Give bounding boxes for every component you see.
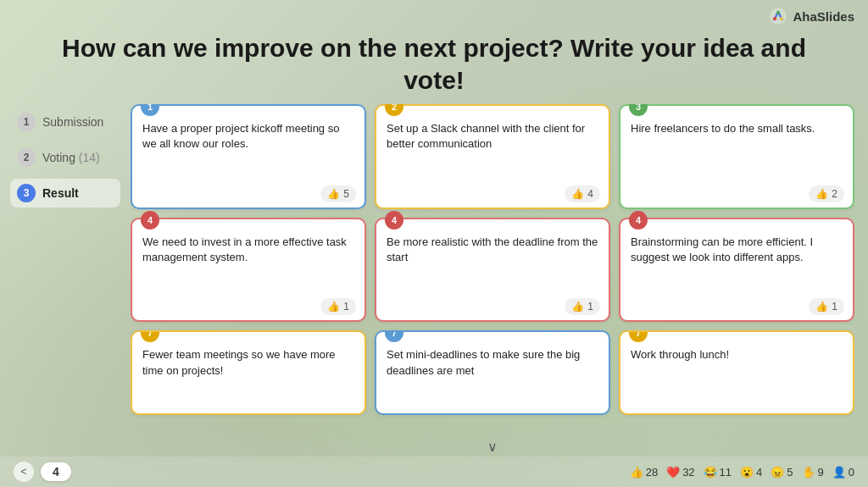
svg-point-2 bbox=[780, 17, 783, 20]
card-footer-5: 👍 1 bbox=[376, 295, 609, 320]
raise-count: 9 bbox=[818, 466, 824, 479]
svg-point-0 bbox=[770, 8, 787, 25]
logo-text: AhaSlides bbox=[793, 9, 854, 24]
cards-area: 1 Have a proper project kickoff meeting … bbox=[131, 104, 854, 457]
page-indicator: < 4 bbox=[14, 462, 71, 482]
vote-badge-5: 👍 1 bbox=[565, 298, 600, 315]
card-text-4: We need to invest in a more effective ta… bbox=[132, 219, 364, 296]
thumbsup-emoji: 👍 bbox=[630, 466, 643, 479]
card-3: 3 Hire freelancers to do the small tasks… bbox=[619, 104, 854, 209]
vote-count-4: 1 bbox=[343, 301, 349, 313]
sidebar-label-1: Submission bbox=[42, 115, 103, 129]
sidebar-item-result[interactable]: 3 Result bbox=[10, 179, 120, 208]
card-8: 7 Set mini-deadlines to make sure the bi… bbox=[375, 330, 610, 415]
thumb-icon-1: 👍 bbox=[327, 188, 340, 200]
card-footer-4: 👍 1 bbox=[132, 295, 364, 320]
sidebar-label-3: Result bbox=[42, 186, 79, 200]
heart-emoji: ❤️ bbox=[666, 466, 680, 479]
card-7: 7 Fewer team meetings so we have more ti… bbox=[131, 330, 366, 415]
reaction-raise: ✋ 9 bbox=[802, 466, 824, 479]
prev-arrow-icon: < bbox=[20, 466, 26, 478]
sidebar-num-1: 1 bbox=[17, 113, 36, 131]
reaction-person: 👤 0 bbox=[832, 466, 854, 479]
card-footer-2: 👍 4 bbox=[376, 182, 609, 208]
sidebar: 1 Submission 2 Voting (14) 3 Result bbox=[10, 104, 120, 457]
wow-count: 4 bbox=[756, 466, 762, 479]
reactions-bar: 👍 28 ❤️ 32 😂 11 😮 4 😠 5 ✋ 9 bbox=[630, 466, 854, 479]
sidebar-item-submission[interactable]: 1 Submission bbox=[10, 108, 120, 136]
card-rank-4a: 4 bbox=[141, 211, 159, 230]
card-rank-4c: 4 bbox=[629, 211, 648, 230]
thumb-icon-5: 👍 bbox=[571, 301, 584, 313]
raise-emoji: ✋ bbox=[802, 466, 815, 479]
angry-count: 5 bbox=[787, 466, 793, 479]
card-2: 2 Set up a Slack channel with the client… bbox=[375, 104, 610, 209]
vote-badge-6: 👍 1 bbox=[809, 298, 844, 315]
vote-badge-2: 👍 4 bbox=[565, 185, 600, 202]
thumbsup-count: 28 bbox=[646, 466, 658, 479]
person-emoji: 👤 bbox=[832, 466, 846, 479]
reaction-wow: 😮 4 bbox=[740, 466, 762, 479]
reaction-laugh: 😂 11 bbox=[704, 466, 732, 479]
card-text-9: Work through lunch! bbox=[620, 332, 853, 413]
thumb-icon-6: 👍 bbox=[815, 301, 828, 313]
main-content: 1 Submission 2 Voting (14) 3 Result 1 Ha… bbox=[0, 104, 868, 457]
svg-point-1 bbox=[773, 17, 776, 20]
card-rank-4b: 4 bbox=[385, 211, 403, 230]
card-1: 1 Have a proper project kickoff meeting … bbox=[131, 104, 366, 209]
card-text-8: Set mini-deadlines to make sure the big … bbox=[376, 332, 609, 413]
card-text-2: Set up a Slack channel with the client f… bbox=[376, 106, 609, 182]
card-9: 7 Work through lunch! bbox=[619, 330, 854, 415]
reaction-angry: 😠 5 bbox=[771, 466, 793, 479]
header: AhaSlides bbox=[0, 0, 868, 29]
card-footer-6: 👍 1 bbox=[620, 295, 853, 320]
person-count: 0 bbox=[849, 466, 854, 479]
card-footer-3: 👍 2 bbox=[620, 182, 853, 208]
bottom-bar: < 4 👍 28 ❤️ 32 😂 11 😮 4 😠 5 bbox=[0, 457, 868, 487]
card-text-5: Be more realistic with the deadline from… bbox=[376, 219, 609, 296]
thumb-icon-3: 👍 bbox=[815, 188, 828, 200]
wow-emoji: 😮 bbox=[740, 466, 754, 479]
thumb-icon-4: 👍 bbox=[327, 301, 340, 313]
sidebar-label-2: Voting (14) bbox=[42, 151, 100, 164]
svg-point-3 bbox=[776, 11, 780, 14]
laugh-count: 11 bbox=[720, 466, 732, 479]
card-text-6: Brainstorming can be more efficient. I s… bbox=[620, 219, 853, 296]
laugh-emoji: 😂 bbox=[704, 466, 717, 479]
vote-count-6: 1 bbox=[832, 301, 837, 313]
logo: AhaSlides bbox=[769, 7, 854, 25]
cards-grid: 1 Have a proper project kickoff meeting … bbox=[131, 104, 854, 435]
vote-badge-4: 👍 1 bbox=[320, 298, 356, 315]
vote-count-5: 1 bbox=[587, 301, 593, 313]
card-text-3: Hire freelancers to do the small tasks. bbox=[620, 106, 853, 182]
card-6: 4 Brainstorming can be more efficient. I… bbox=[619, 218, 854, 323]
vote-count-3: 2 bbox=[832, 188, 837, 200]
card-5: 4 Be more realistic with the deadline fr… bbox=[375, 218, 610, 323]
reaction-heart: ❤️ 32 bbox=[666, 466, 694, 479]
scroll-indicator[interactable]: ∨ bbox=[131, 435, 854, 457]
prev-page-button[interactable]: < bbox=[14, 462, 34, 482]
chevron-down-icon: ∨ bbox=[487, 440, 498, 454]
angry-emoji: 😠 bbox=[771, 466, 784, 479]
reaction-thumbsup: 👍 28 bbox=[630, 466, 658, 479]
vote-count-1: 5 bbox=[343, 188, 349, 200]
sidebar-num-2: 2 bbox=[17, 148, 36, 167]
sidebar-num-3: 3 bbox=[17, 184, 36, 202]
logo-icon bbox=[769, 7, 787, 25]
card-text-7: Fewer team meetings so we have more time… bbox=[132, 332, 364, 413]
page-title: How can we improve on the next project? … bbox=[34, 32, 834, 96]
page-number: 4 bbox=[41, 462, 71, 481]
card-footer-1: 👍 5 bbox=[132, 182, 364, 208]
thumb-icon-2: 👍 bbox=[571, 188, 584, 200]
card-text-1: Have a proper project kickoff meeting so… bbox=[132, 106, 364, 182]
vote-badge-3: 👍 2 bbox=[809, 185, 844, 202]
sidebar-item-voting[interactable]: 2 Voting (14) bbox=[10, 143, 120, 172]
vote-badge-1: 👍 5 bbox=[320, 185, 356, 202]
heart-count: 32 bbox=[682, 466, 694, 479]
card-4: 4 We need to invest in a more effective … bbox=[131, 218, 366, 323]
title-section: How can we improve on the next project? … bbox=[0, 29, 868, 104]
vote-count-2: 4 bbox=[587, 188, 593, 200]
